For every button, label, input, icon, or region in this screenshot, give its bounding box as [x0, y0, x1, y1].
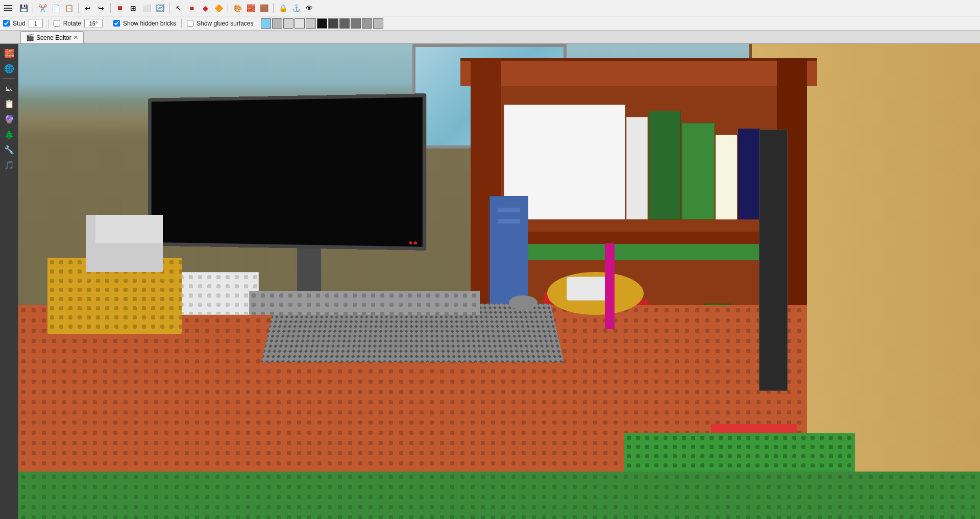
green-platform-studs: [624, 433, 855, 471]
rotate-button[interactable]: ◆: [199, 2, 211, 14]
sidebar-btn-bricks[interactable]: 🧱: [2, 46, 16, 60]
swatch-light-gray[interactable]: [272, 18, 282, 29]
swatch-lighter-gray[interactable]: [283, 18, 293, 29]
red-brick-button[interactable]: ■: [114, 2, 126, 14]
show-glued-surfaces-checkbox[interactable]: [187, 20, 193, 27]
show-hidden-bricks-checkbox[interactable]: [113, 20, 120, 27]
sidebar-btn-scene[interactable]: 🌲: [2, 127, 16, 141]
left-sidebar: 🧱 🌐 🗂 📋 🔮 🌲 🔧 🎵: [0, 44, 18, 519]
show-glued-surfaces-label: Show glued surfaces: [197, 20, 253, 27]
led-red-1: [409, 241, 412, 244]
options-bar: Stud Rotate Show hidden bricks Show glue…: [0, 16, 980, 31]
tab-scene-editor[interactable]: 🎬 Scene Editor ✕: [20, 31, 84, 43]
sidebar-btn-tools[interactable]: 🔧: [2, 142, 16, 157]
sidebar-btn-world[interactable]: 🌐: [2, 61, 16, 76]
hamburger-line-1: [4, 5, 12, 6]
magenta-piece: [605, 243, 615, 329]
book-white-2: [626, 117, 648, 220]
paste-button[interactable]: 📋: [63, 2, 75, 14]
toolbar-sep-4: [169, 3, 169, 13]
options-sep-2: [108, 19, 108, 28]
swatch-medium-gray[interactable]: [306, 18, 316, 29]
sidebar-btn-layers[interactable]: 🗂: [2, 81, 16, 95]
toolbar-sep-6: [273, 3, 274, 13]
brick-add-button[interactable]: 🧱: [244, 2, 257, 14]
dark-tower-right: [759, 130, 788, 391]
tab-bar: 🎬 Scene Editor ✕: [0, 31, 980, 44]
options-sep-1: [48, 19, 48, 28]
rotate-input[interactable]: [84, 19, 103, 28]
stud-input[interactable]: [29, 19, 43, 28]
swatch-light-gray-2[interactable]: [373, 18, 383, 29]
books-top-shelf: [504, 98, 773, 219]
green-platform-right: [624, 433, 855, 471]
stud-checkbox[interactable]: [3, 20, 10, 27]
frame-button[interactable]: ⬜: [140, 2, 153, 14]
swatch-medium-gray-2[interactable]: [362, 18, 372, 29]
scene-canvas: [18, 44, 980, 519]
desk-left-objects-2: [95, 215, 163, 243]
move-red-button[interactable]: ■: [186, 2, 198, 14]
main-area: 🧱 🌐 🗂 📋 🔮 🌲 🔧 🎵: [0, 44, 980, 519]
monitor-leds: [409, 241, 418, 244]
computer-tower: [489, 196, 528, 310]
book-green-2: [682, 123, 714, 220]
redo-button[interactable]: ↪: [95, 2, 107, 14]
book-green: [649, 111, 681, 220]
rotate-checkbox[interactable]: [54, 20, 60, 27]
toolbar-sep-5: [228, 3, 228, 13]
hamburger-menu[interactable]: [2, 3, 14, 13]
shelf-top-panel: [460, 58, 817, 86]
stud-label: Stud: [13, 20, 26, 27]
tower-stripe-1: [498, 208, 520, 212]
tab-scene-editor-icon: 🎬: [26, 34, 34, 41]
floor-green: [18, 472, 980, 519]
hamburger-line-2: [4, 8, 12, 9]
options-sep-3: [181, 19, 182, 28]
main-toolbar: 💾 ✂️ 📄 📋 ↩ ↪ ■ ⊞ ⬜ 🔄 ↖ ■ ◆ 🔶 🎨 🧱 🟫 🔒 ⚓ 👁: [0, 0, 980, 16]
tab-scene-editor-close[interactable]: ✕: [74, 34, 78, 41]
book-cream: [716, 135, 737, 219]
viewport[interactable]: [18, 44, 980, 519]
grid-button[interactable]: ⊞: [127, 2, 139, 14]
save-button[interactable]: 💾: [17, 2, 30, 14]
swatch-light-blue[interactable]: [261, 18, 271, 29]
swatch-dark-gray-1[interactable]: [328, 18, 338, 29]
swatch-very-light-gray[interactable]: [295, 18, 305, 29]
swatch-black[interactable]: [317, 18, 327, 29]
led-red-2: [414, 241, 417, 244]
sidebar-btn-audio[interactable]: 🎵: [2, 158, 16, 172]
book-navy: [738, 129, 760, 219]
monitor-screen: [148, 94, 427, 251]
toolbar-sep-1: [33, 3, 33, 13]
anchor-button[interactable]: ⚓: [290, 2, 302, 14]
gray-plate-studs: [249, 291, 480, 315]
undo-button[interactable]: ↩: [82, 2, 94, 14]
sidebar-btn-effects[interactable]: 🔮: [2, 112, 16, 126]
monitor-screen-inner: [152, 97, 423, 247]
shelf-bottom-green-plate: [504, 244, 773, 260]
brick-gold-button[interactable]: 🟫: [258, 2, 270, 14]
tab-scene-editor-label: Scene Editor: [36, 34, 71, 41]
swatch-dark-gray-3[interactable]: [351, 18, 361, 29]
paint-button[interactable]: 🎨: [231, 2, 243, 14]
tower-stripe-2: [498, 219, 520, 224]
rotate-label: Rotate: [63, 20, 81, 27]
scale-button[interactable]: 🔶: [212, 2, 225, 14]
show-hidden-bricks-label: Show hidden bricks: [123, 20, 176, 27]
cut-button[interactable]: ✂️: [36, 2, 48, 14]
color-swatches-group: [261, 18, 383, 29]
camera-button[interactable]: 👁: [303, 2, 315, 14]
toolbar-sep-2: [78, 3, 79, 13]
gray-lego-plate-desk: [249, 291, 480, 315]
sidebar-btn-properties[interactable]: 📋: [2, 96, 16, 111]
sidebar-sep-1: [4, 78, 15, 79]
toolbar-sep-3: [110, 3, 111, 13]
hamburger-line-3: [4, 10, 12, 11]
transform-button[interactable]: 🔄: [154, 2, 166, 14]
swatch-dark-gray-2[interactable]: [339, 18, 350, 29]
select-button[interactable]: ↖: [173, 2, 185, 14]
floor-studs: [18, 472, 980, 519]
lock-button[interactable]: 🔒: [277, 2, 289, 14]
copy-button[interactable]: 📄: [50, 2, 62, 14]
